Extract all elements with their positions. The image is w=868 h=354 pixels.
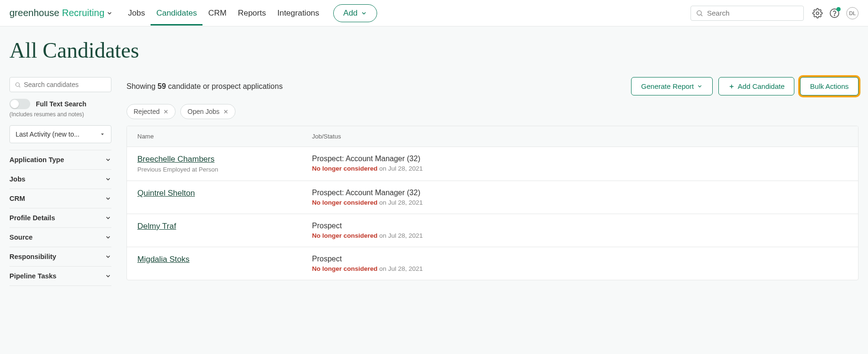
chevron-down-icon (105, 156, 111, 163)
status-date: on Jul 28, 2021 (378, 199, 423, 206)
filter-label: Responsibility (9, 253, 56, 260)
filter-crm[interactable]: CRM (9, 189, 111, 208)
nav-crm[interactable]: CRM (202, 1, 232, 26)
logo[interactable]: greenhouse Recruiting (9, 8, 113, 18)
td-status: ProspectNo longer considered on Jul 28, … (302, 255, 858, 272)
status-text: No longer considered (312, 165, 378, 172)
svg-line-6 (19, 86, 20, 87)
candidate-name-link[interactable]: Migdalia Stoks (137, 255, 190, 264)
table-row: Quintrel SheltonProspect: Account Manage… (127, 181, 858, 214)
chip-open-jobs[interactable]: Open Jobs✕ (180, 104, 236, 119)
nav-links: Jobs Candidates CRM Reports Integrations… (122, 1, 377, 26)
add-candidate-label: Add Candidate (738, 82, 784, 90)
th-name: Name (127, 126, 302, 147)
add-candidate-button[interactable]: Add Candidate (718, 77, 794, 95)
status-line: No longer considered on Jul 28, 2021 (312, 199, 848, 206)
logo-chevron-icon[interactable] (106, 10, 113, 17)
filter-label: CRM (9, 195, 25, 202)
svg-point-2 (816, 12, 819, 15)
gear-icon (812, 8, 823, 18)
td-status: ProspectNo longer considered on Jul 28, … (302, 222, 858, 239)
showing-suffix: candidate or prospect applications (166, 82, 283, 90)
chip-label: Rejected (134, 108, 160, 115)
svg-point-4 (834, 15, 834, 16)
filter-source[interactable]: Source (9, 228, 111, 247)
generate-report-button[interactable]: Generate Report (631, 77, 713, 95)
close-icon[interactable]: ✕ (223, 108, 228, 115)
fulltext-toggle[interactable] (9, 99, 30, 109)
filter-label: Jobs (9, 175, 25, 183)
filter-chips: Rejected✕Open Jobs✕ (126, 104, 859, 119)
bulk-actions-label: Bulk Actions (810, 82, 849, 90)
job-line: Prospect: Account Manager (32) (312, 155, 848, 163)
filter-application-type[interactable]: Application Type (9, 150, 111, 170)
sidebar: Full Text Search (Includes resumes and n… (9, 77, 111, 286)
status-date: on Jul 28, 2021 (378, 265, 423, 272)
search-icon (696, 9, 703, 17)
td-name: Migdalia Stoks (127, 255, 302, 272)
chip-rejected[interactable]: Rejected✕ (126, 104, 176, 119)
filter-pipeline-tasks[interactable]: Pipeline Tasks (9, 267, 111, 286)
chevron-down-icon (105, 215, 111, 221)
candidate-name-link[interactable]: Delmy Traf (137, 222, 176, 231)
chevron-down-icon (105, 253, 111, 260)
page-title: All Candidates (9, 38, 859, 63)
candidate-search-input[interactable] (24, 81, 107, 88)
sort-select[interactable]: Last Activity (new to... (9, 125, 111, 143)
svg-line-1 (701, 15, 702, 16)
help-button[interactable] (829, 8, 840, 18)
add-button-label: Add (343, 9, 357, 18)
chevron-down-icon (105, 176, 111, 182)
global-search[interactable] (691, 6, 804, 21)
plus-icon (728, 83, 735, 90)
status-text: No longer considered (312, 199, 378, 206)
filter-label: Application Type (9, 156, 64, 164)
chevron-down-icon (105, 195, 111, 202)
job-line: Prospect (312, 255, 848, 263)
table-row: Delmy TrafProspectNo longer considered o… (127, 214, 858, 247)
logo-recruiting: Recruiting (62, 8, 104, 18)
user-avatar[interactable]: DL (846, 7, 859, 19)
fulltext-toggle-label: Full Text Search (36, 100, 86, 108)
td-status: Prospect: Account Manager (32)No longer … (302, 155, 858, 173)
job-line: Prospect: Account Manager (32) (312, 189, 848, 197)
add-button[interactable]: Add (333, 4, 377, 22)
th-status: Job/Status (302, 126, 858, 147)
chevron-down-icon (361, 10, 367, 17)
filter-responsibility[interactable]: Responsibility (9, 247, 111, 267)
nav-integrations[interactable]: Integrations (271, 1, 325, 26)
global-search-input[interactable] (707, 9, 799, 17)
table-row: Migdalia StoksProspectNo longer consider… (127, 247, 858, 280)
td-name: Delmy Traf (127, 222, 302, 239)
status-line: No longer considered on Jul 28, 2021 (312, 265, 848, 272)
bulk-actions-button[interactable]: Bulk Actions (800, 77, 859, 95)
chevron-down-icon (105, 234, 111, 241)
td-status: Prospect: Account Manager (32)No longer … (302, 189, 858, 206)
nav-candidates[interactable]: Candidates (151, 1, 202, 26)
filter-jobs[interactable]: Jobs (9, 170, 111, 189)
svg-marker-7 (101, 134, 104, 136)
nav-reports[interactable]: Reports (232, 1, 272, 26)
chevron-down-icon (697, 83, 703, 89)
filter-profile-details[interactable]: Profile Details (9, 208, 111, 228)
candidate-name-link[interactable]: Quintrel Shelton (137, 189, 195, 198)
fulltext-toggle-sub: (Includes resumes and notes) (9, 111, 111, 118)
job-line: Prospect (312, 222, 848, 230)
showing-prefix: Showing (126, 82, 158, 90)
help-notification-badge (836, 7, 841, 11)
close-icon[interactable]: ✕ (163, 108, 169, 115)
status-date: on Jul 28, 2021 (378, 232, 423, 239)
td-name: Quintrel Shelton (127, 189, 302, 206)
status-date: on Jul 28, 2021 (378, 165, 423, 172)
candidate-search[interactable] (9, 77, 111, 92)
settings-button[interactable] (812, 8, 823, 18)
generate-report-label: Generate Report (641, 82, 694, 90)
nav-jobs[interactable]: Jobs (122, 1, 151, 26)
search-icon (15, 81, 21, 88)
main-content: Showing 59 candidate or prospect applica… (126, 77, 859, 280)
top-nav: greenhouse Recruiting Jobs Candidates CR… (0, 0, 868, 26)
candidate-name-link[interactable]: Breechelle Chambers (137, 155, 214, 164)
sort-select-label: Last Activity (new to... (16, 130, 79, 138)
chevron-down-icon (105, 273, 111, 279)
svg-point-0 (697, 10, 701, 15)
